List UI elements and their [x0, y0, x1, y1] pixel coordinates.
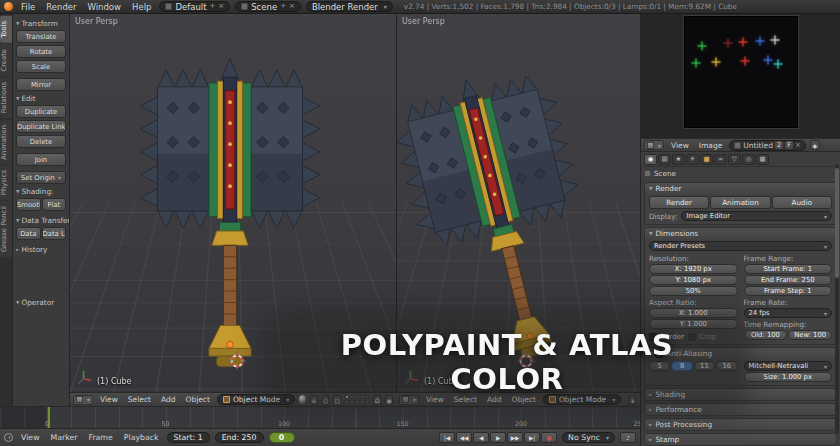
display-selector[interactable]: Image Editor [681, 211, 832, 221]
edit-section-header[interactable]: Edit [16, 94, 66, 103]
shelf-tab-relations[interactable]: Relations [0, 77, 12, 118]
resolution-x-field[interactable]: X: 1920 px [649, 264, 738, 274]
translate-button[interactable]: Translate [16, 30, 66, 43]
render-presets-selector[interactable]: Render Presets [649, 241, 832, 251]
next-keyframe-button[interactable]: ▶▶ [507, 432, 523, 443]
mirror-button[interactable]: Mirror [16, 78, 66, 91]
shelf-tab-physics[interactable]: Physics [0, 165, 12, 200]
timeline-frame-menu[interactable]: Frame [85, 433, 115, 442]
resolution-percentage-field[interactable]: 50% [649, 286, 738, 296]
animation-button[interactable]: Animation [710, 196, 770, 209]
editor-type-button[interactable] [73, 395, 93, 405]
add-scene-button[interactable] [280, 2, 286, 11]
image-datablock[interactable]: Untitled 2 F [729, 140, 805, 151]
object-menu[interactable]: Object [183, 395, 213, 404]
unlink-image-button[interactable] [795, 141, 801, 150]
object-menu[interactable]: Object [509, 395, 539, 404]
users-count-badge[interactable]: 2 [775, 141, 783, 149]
smooth-button[interactable]: Smooth [16, 198, 41, 211]
view-menu[interactable]: View [668, 141, 692, 150]
join-button[interactable]: Join [16, 153, 66, 166]
current-frame-field[interactable]: 0 [269, 432, 295, 443]
render-button[interactable]: Render [649, 196, 709, 209]
view-menu[interactable]: View [97, 395, 121, 404]
tab-constraints[interactable] [714, 154, 727, 165]
aa-filter-selector[interactable]: Mitchell-Netravali [744, 361, 833, 371]
render-opengl-icon[interactable]: ◉ [385, 395, 393, 405]
add-layout-button[interactable] [209, 2, 215, 11]
shelf-tab-animation[interactable]: Animation [0, 120, 12, 165]
shelf-tab-grease-pencil[interactable]: Grease Pencil [0, 201, 12, 257]
prev-keyframe-button[interactable]: ◀◀ [456, 432, 472, 443]
tab-texture[interactable] [756, 154, 769, 165]
scrollbar-thumb[interactable] [835, 168, 839, 278]
jump-to-start-button[interactable]: |◀ [439, 432, 455, 443]
select-menu[interactable]: Select [451, 395, 480, 404]
tab-material[interactable] [742, 154, 755, 165]
frame-rate-selector[interactable]: 24 fps [744, 308, 833, 318]
view-menu[interactable]: View [423, 395, 447, 404]
time-remap-old-field[interactable]: Old: 100 [744, 330, 788, 340]
timeline-editor-icon[interactable] [4, 433, 13, 442]
fake-user-button[interactable]: F [785, 141, 793, 149]
scene-selector[interactable]: Scene [235, 1, 301, 12]
properties-scrollbar[interactable] [835, 164, 839, 434]
timeline-view-menu[interactable]: View [18, 433, 43, 442]
layers-widget[interactable] [345, 395, 369, 404]
delete-scene-button[interactable] [289, 2, 295, 11]
tab-object[interactable] [700, 154, 713, 165]
play-reverse-button[interactable]: ◀ [473, 432, 489, 443]
delete-button[interactable]: Delete [16, 135, 66, 148]
auto-keyframe-button[interactable]: ● [541, 432, 557, 443]
manipulator-translate-icon[interactable]: + [310, 395, 318, 405]
screen-layout-selector[interactable]: Default [159, 1, 230, 12]
duplicate-button[interactable]: Duplicate [16, 105, 66, 118]
frame-step-field[interactable]: Frame Step: 1 [744, 286, 833, 296]
menu-file[interactable]: File [18, 2, 38, 12]
aa-size-field[interactable]: Size: 1.000 px [744, 372, 833, 382]
play-button[interactable]: ▶ [490, 432, 506, 443]
time-remap-new-field[interactable]: New: 100 [788, 330, 832, 340]
sync-mode-selector[interactable]: No Sync [562, 432, 615, 443]
start-frame-field[interactable]: Start Frame: 1 [744, 264, 833, 274]
pin-icon[interactable]: ◆ [810, 140, 820, 150]
rotate-button[interactable]: Rotate [16, 45, 66, 58]
editor-type-button[interactable] [399, 395, 419, 405]
duplicate-linked-button[interactable]: Duplicate Linked [16, 120, 66, 133]
menu-window[interactable]: Window [85, 2, 125, 12]
menu-help[interactable]: Help [129, 2, 154, 12]
tab-render[interactable] [644, 154, 657, 165]
add-menu[interactable]: Add [484, 395, 505, 404]
editor-type-button[interactable] [644, 140, 664, 150]
shelf-tab-tools[interactable]: Tools [0, 16, 12, 43]
performance-panel-header[interactable]: Performance [645, 404, 836, 415]
render-panel-header[interactable]: Render [645, 183, 836, 194]
tab-scene[interactable] [672, 154, 685, 165]
manipulator-rotate-icon[interactable]: ○ [322, 395, 330, 405]
set-origin-button[interactable]: Set Origin [16, 171, 66, 184]
timeline-marker-menu[interactable]: Marker [48, 433, 81, 442]
delete-layout-button[interactable] [218, 2, 224, 11]
transform-section-header[interactable]: Transform [16, 19, 66, 28]
start-frame-field[interactable]: Start: 1 [167, 432, 210, 443]
snap-magnet-icon[interactable] [373, 395, 381, 405]
aspect-x-field[interactable]: X: 1.000 [649, 308, 738, 318]
image-editor-canvas[interactable] [641, 14, 840, 138]
audio-button[interactable]: Audio [772, 196, 832, 209]
data-button[interactable]: Data [16, 227, 41, 240]
manipulator-scale-icon[interactable]: □ [333, 395, 341, 405]
tab-render-layers[interactable] [658, 154, 671, 165]
viewport-shading-icon[interactable] [299, 395, 306, 404]
manipulator-translate-icon[interactable]: + [629, 395, 636, 405]
tab-data[interactable] [728, 154, 741, 165]
tab-world[interactable] [686, 154, 699, 165]
jump-to-end-button[interactable]: ▶| [524, 432, 540, 443]
operator-panel-header[interactable]: Operator [16, 298, 66, 307]
timeline-playback-menu[interactable]: Playback [121, 433, 162, 442]
add-menu[interactable]: Add [158, 395, 179, 404]
history-section-header[interactable]: History [16, 245, 66, 254]
flat-button[interactable]: Flat [42, 198, 67, 211]
data-layout-button[interactable]: Data Layout [42, 227, 67, 240]
image-menu[interactable]: Image [696, 141, 726, 150]
stamp-panel-header[interactable]: Stamp [645, 434, 836, 445]
